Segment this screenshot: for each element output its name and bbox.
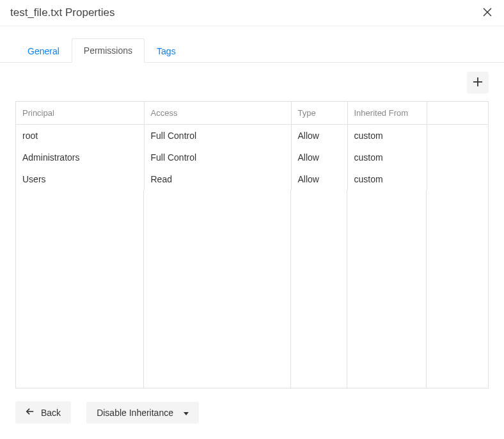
col-inherited-header[interactable]: Inherited From bbox=[347, 102, 427, 125]
col-access-header[interactable]: Access bbox=[144, 102, 291, 125]
cell-access: Full Control bbox=[144, 125, 291, 147]
close-button[interactable] bbox=[481, 6, 494, 19]
svg-marker-5 bbox=[184, 412, 189, 415]
cell-type: Allow bbox=[291, 168, 347, 190]
cell-principal: Users bbox=[16, 168, 144, 190]
table-header-row: Principal Access Type Inherited From bbox=[16, 102, 488, 125]
properties-dialog: test_file.txt Properties General Permiss… bbox=[0, 0, 504, 439]
cell-actions bbox=[427, 147, 488, 168]
disable-inheritance-label: Disable Inheritance bbox=[97, 408, 173, 418]
tab-bar: General Permissions Tags bbox=[0, 26, 504, 63]
cell-access: Full Control bbox=[144, 147, 291, 168]
dialog-footer: Back Disable Inheritance bbox=[0, 388, 504, 439]
tab-permissions[interactable]: Permissions bbox=[72, 38, 145, 63]
tab-label: General bbox=[28, 46, 59, 56]
cell-inherited: custom bbox=[347, 168, 427, 190]
cell-access: Read bbox=[144, 168, 291, 190]
table-row[interactable]: Users Read Allow custom bbox=[16, 168, 488, 190]
cell-actions bbox=[427, 168, 488, 190]
cell-inherited: custom bbox=[347, 147, 427, 168]
col-type-header[interactable]: Type bbox=[291, 102, 347, 125]
permissions-table: Principal Access Type Inherited From roo… bbox=[15, 101, 489, 388]
table-row[interactable]: root Full Control Allow custom bbox=[16, 125, 488, 147]
dialog-title: test_file.txt Properties bbox=[10, 6, 114, 19]
cell-type: Allow bbox=[291, 125, 347, 147]
add-permission-button[interactable] bbox=[467, 72, 489, 93]
cell-type: Allow bbox=[291, 147, 347, 168]
caret-down-icon bbox=[184, 408, 189, 418]
cell-principal: root bbox=[16, 125, 144, 147]
back-button-label: Back bbox=[41, 408, 61, 418]
back-button[interactable]: Back bbox=[15, 401, 71, 424]
table-row[interactable]: Administrators Full Control Allow custom bbox=[16, 147, 488, 168]
dialog-header: test_file.txt Properties bbox=[0, 0, 504, 26]
arrow-left-icon bbox=[26, 407, 35, 418]
cell-principal: Administrators bbox=[16, 147, 144, 168]
cell-inherited: custom bbox=[347, 125, 427, 147]
col-actions-header bbox=[427, 102, 488, 125]
table-empty-area bbox=[16, 190, 488, 388]
tab-tags[interactable]: Tags bbox=[145, 39, 188, 63]
tab-label: Tags bbox=[157, 46, 176, 56]
cell-actions bbox=[427, 125, 488, 147]
col-principal-header[interactable]: Principal bbox=[16, 102, 144, 125]
tab-label: Permissions bbox=[84, 45, 132, 56]
tab-general[interactable]: General bbox=[15, 39, 72, 63]
permissions-toolbar bbox=[0, 63, 504, 96]
close-icon bbox=[483, 8, 492, 19]
plus-icon bbox=[473, 77, 483, 89]
disable-inheritance-button[interactable]: Disable Inheritance bbox=[86, 402, 199, 424]
